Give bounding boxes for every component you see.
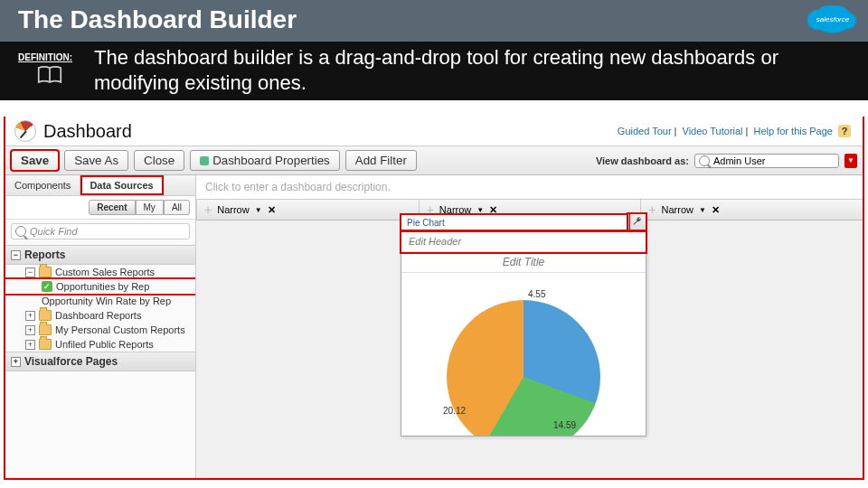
chevron-down-icon[interactable]: ▼ xyxy=(699,206,706,214)
view-as-label: View dashboard as: xyxy=(596,155,689,166)
help-page-link[interactable]: Help for this Page xyxy=(754,126,833,136)
view-as-selector[interactable]: Admin User xyxy=(694,154,839,168)
header-help-links: Guided Tour| Video Tutorial| Help for th… xyxy=(618,125,854,137)
search-icon xyxy=(699,155,710,166)
source-filter-row: Recent My All xyxy=(5,196,195,220)
collapse-icon[interactable]: − xyxy=(25,267,35,277)
tree-folder-my-personal[interactable]: +My Personal Custom Reports xyxy=(5,323,195,337)
view-as-dropdown-icon[interactable]: ▼ xyxy=(844,154,857,168)
dashboard-canvas[interactable]: Click to enter a dashboard description. … xyxy=(196,175,863,480)
column-header-3[interactable]: +Narrow▼✕ xyxy=(640,200,863,220)
widget-settings-button[interactable] xyxy=(628,214,646,230)
filter-recent[interactable]: Recent xyxy=(89,200,135,215)
view-as-value: Admin User xyxy=(713,155,835,166)
add-filter-button[interactable]: Add Filter xyxy=(345,150,417,171)
close-button[interactable]: Close xyxy=(134,150,184,171)
tree-folder-unfiled[interactable]: +Unfiled Public Reports xyxy=(5,337,195,352)
tree-folder-dashboard-reports[interactable]: +Dashboard Reports xyxy=(5,308,195,323)
pie-value-3: 20.12 xyxy=(443,406,466,416)
wrench-icon xyxy=(632,214,643,230)
add-column-icon[interactable]: + xyxy=(204,202,212,217)
help-icon[interactable]: ? xyxy=(838,125,851,137)
report-tree: −Reports −Custom Sales Reports ✓Opportun… xyxy=(5,243,195,480)
folder-icon xyxy=(39,267,52,277)
tree-folder-custom-sales[interactable]: −Custom Sales Reports xyxy=(5,265,195,279)
pie-chart-widget[interactable]: Pie Chart Edit Header Edit Title 4.55 14… xyxy=(401,213,646,436)
tree-item-win-rate[interactable]: Opportunity Win Rate by Rep xyxy=(5,294,195,308)
properties-icon xyxy=(200,156,209,165)
collapse-icon[interactable]: − xyxy=(11,250,21,260)
close-icon[interactable]: ✕ xyxy=(268,204,276,216)
filter-all[interactable]: All xyxy=(164,200,190,215)
save-button[interactable]: Save xyxy=(11,150,59,171)
expand-icon[interactable]: + xyxy=(25,340,35,350)
pie-value-1: 4.55 xyxy=(528,289,545,299)
expand-icon[interactable]: + xyxy=(25,311,35,321)
save-as-button[interactable]: Save As xyxy=(64,150,128,171)
video-tutorial-link[interactable]: Video Tutorial xyxy=(683,126,743,136)
tree-item-opportunities-by-rep[interactable]: ✓Opportunities by Rep xyxy=(5,279,195,294)
column-header-1[interactable]: +Narrow▼✕ xyxy=(196,200,419,220)
definition-text: The dashboard builder is a drag-and-drop… xyxy=(94,45,850,95)
salesforce-logo: salesforce xyxy=(814,5,852,33)
dashboard-gauge-icon xyxy=(14,120,36,142)
book-icon xyxy=(37,65,62,89)
folder-icon xyxy=(39,339,52,350)
tab-data-sources[interactable]: Data Sources xyxy=(80,175,163,195)
toolbar: Save Save As Close Dashboard Properties … xyxy=(5,146,863,175)
dashboard-properties-button[interactable]: Dashboard Properties xyxy=(190,150,340,171)
widget-type-label[interactable]: Pie Chart xyxy=(401,215,628,230)
pie-chart: 4.55 14.59 20.12 xyxy=(401,273,646,436)
search-icon xyxy=(15,226,26,237)
close-icon[interactable]: ✕ xyxy=(712,204,720,216)
check-icon: ✓ xyxy=(42,281,52,292)
filter-my[interactable]: My xyxy=(136,200,164,215)
slide-title-bar: The Dashboard Builder salesforce xyxy=(0,0,868,42)
pie-chart-graphic xyxy=(447,300,600,436)
section-reports[interactable]: −Reports xyxy=(5,245,195,265)
section-visualforce[interactable]: +Visualforce Pages xyxy=(5,352,195,371)
widget-header-field[interactable]: Edit Header xyxy=(401,231,646,252)
slide-title: The Dashboard Builder xyxy=(18,5,850,34)
description-field[interactable]: Click to enter a dashboard description. xyxy=(196,175,863,200)
guided-tour-link[interactable]: Guided Tour xyxy=(618,126,672,136)
app-title: Dashboard xyxy=(43,121,132,142)
tab-components[interactable]: Components xyxy=(5,175,80,195)
widget-title-field[interactable]: Edit Title xyxy=(401,252,646,273)
app-header: Dashboard Guided Tour| Video Tutorial| H… xyxy=(5,117,863,146)
expand-icon[interactable]: + xyxy=(25,325,35,335)
sidebar: Components Data Sources Recent My All Qu… xyxy=(5,175,196,480)
chevron-down-icon[interactable]: ▼ xyxy=(255,206,262,214)
folder-icon xyxy=(39,324,52,335)
definition-label: DEFINITION: xyxy=(18,52,72,63)
folder-icon xyxy=(39,310,52,321)
quick-find-input[interactable]: Quick Find xyxy=(11,223,190,239)
pie-value-2: 14.59 xyxy=(553,420,576,430)
add-column-icon[interactable]: + xyxy=(648,202,656,217)
screenshot-frame: Dashboard Guided Tour| Video Tutorial| H… xyxy=(4,117,864,480)
expand-icon[interactable]: + xyxy=(11,357,21,367)
definition-bar: DEFINITION: The dashboard builder is a d… xyxy=(0,42,868,100)
